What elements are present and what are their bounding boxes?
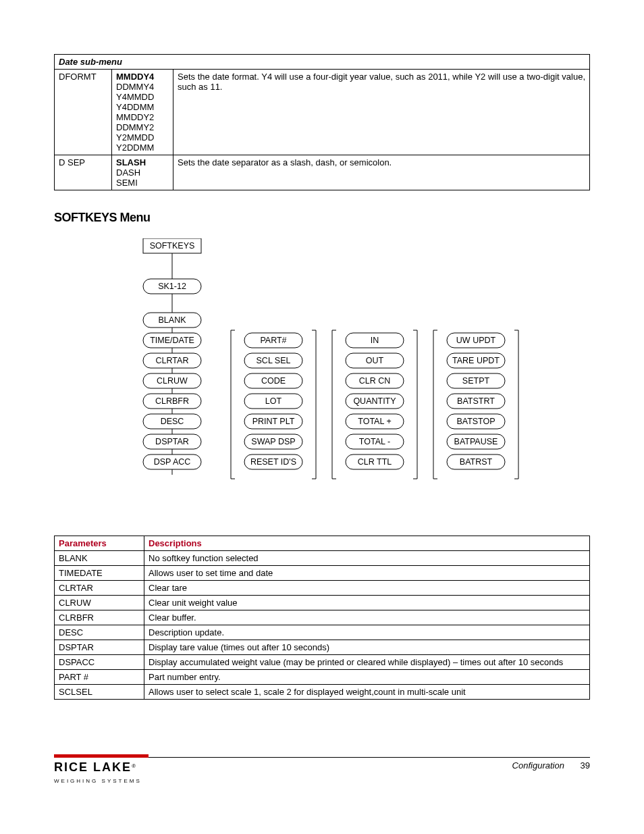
parameters-table: Parameters Descriptions BLANKNo softkey … (54, 536, 590, 700)
date-row-0-param: DFORMT (55, 70, 112, 155)
logo: RICE LAKE® WEIGHING SYSTEMS (54, 760, 142, 785)
svg-text:SK1-12: SK1-12 (158, 282, 186, 291)
svg-text:QUANTITY: QUANTITY (353, 396, 396, 406)
date-row-0-options: MMDDY4 DDMMY4 Y4MMDD Y4DDMM MMDDY2 DDMMY… (112, 70, 173, 155)
param-header-1: Descriptions (144, 536, 590, 551)
softkeys-diagram: SOFTKEYS SK1-12 BLANK TIME/DATE CLRTAR C… (119, 238, 525, 495)
svg-text:DSPTAR: DSPTAR (155, 437, 189, 446)
footer-red-bar (54, 754, 149, 758)
svg-text:BATSTOP: BATSTOP (456, 417, 495, 426)
date-submenu-title: Date sub-menu (55, 55, 590, 70)
svg-text:UW UPDT: UW UPDT (456, 336, 496, 345)
svg-text:SOFTKEYS: SOFTKEYS (150, 241, 195, 251)
svg-text:SCL SEL: SCL SEL (257, 356, 291, 365)
svg-text:PRINT PLT: PRINT PLT (252, 417, 295, 426)
svg-text:BLANK: BLANK (159, 315, 187, 325)
page-footer: RICE LAKE® WEIGHING SYSTEMS Configuratio… (54, 754, 590, 785)
date-submenu-table: Date sub-menu DFORMT MMDDY4 DDMMY4 Y4MMD… (54, 54, 590, 190)
diagram-col-1: PART# SCL SEL CODE LOT PRINT PLT SWAP DS… (231, 330, 316, 479)
svg-text:PART#: PART# (260, 336, 286, 345)
svg-text:BATSTRT: BATSTRT (457, 396, 495, 406)
svg-text:OUT: OUT (366, 356, 384, 365)
diagram-col-2: IN OUT CLR CN QUANTITY TOTAL + TOTAL - C… (332, 330, 417, 479)
svg-text:TIME/DATE: TIME/DATE (150, 336, 194, 345)
svg-text:LOT: LOT (265, 396, 282, 406)
svg-text:BATRST: BATRST (460, 457, 493, 467)
date-row-1-param: D SEP (55, 155, 112, 190)
svg-text:CLRBFR: CLRBFR (155, 396, 189, 406)
svg-text:BATPAUSE: BATPAUSE (454, 437, 498, 446)
svg-text:TARE UPDT: TARE UPDT (452, 356, 500, 365)
param-header-0: Parameters (55, 536, 144, 551)
svg-text:DSP ACC: DSP ACC (154, 457, 191, 467)
svg-text:CLRUW: CLRUW (157, 376, 188, 386)
svg-text:CODE: CODE (261, 376, 286, 386)
svg-text:SETPT: SETPT (462, 376, 490, 386)
footer-rule (149, 757, 590, 758)
svg-text:CLRTAR: CLRTAR (156, 356, 189, 365)
svg-text:DESC: DESC (161, 417, 184, 426)
softkeys-heading: SOFTKEYS Menu (54, 211, 590, 225)
svg-text:SWAP DSP: SWAP DSP (251, 437, 295, 446)
svg-text:RESET ID'S: RESET ID'S (250, 457, 296, 467)
svg-text:TOTAL +: TOTAL + (358, 417, 391, 426)
svg-text:IN: IN (371, 336, 379, 345)
date-row-1-desc: Sets the date separator as a slash, dash… (173, 155, 590, 190)
footer-page: 39 (581, 760, 590, 771)
diagram-col-3: UW UPDT TARE UPDT SETPT BATSTRT BATSTOP … (433, 330, 518, 479)
date-row-0-desc: Sets the date format. Y4 will use a four… (173, 70, 590, 155)
svg-text:CLR CN: CLR CN (359, 376, 391, 386)
footer-section: Configuration (512, 760, 564, 771)
svg-text:CLR TTL: CLR TTL (358, 457, 392, 467)
date-row-1-options: SLASH DASH SEMI (112, 155, 173, 190)
svg-text:TOTAL -: TOTAL - (359, 437, 390, 446)
footer-right: Configuration 39 (512, 760, 590, 771)
